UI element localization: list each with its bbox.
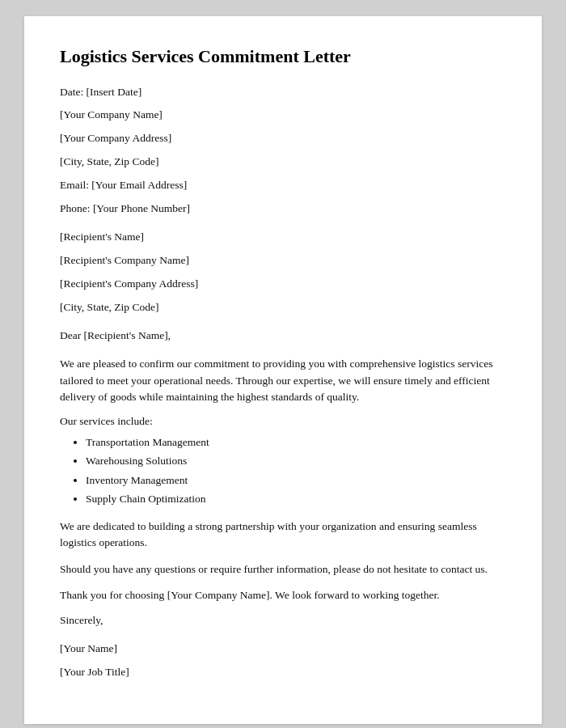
recipient-field-1: [Recipient's Company Name] xyxy=(60,253,506,269)
letter-document: Logistics Services Commitment Letter Dat… xyxy=(24,16,542,724)
recipient-field-0: [Recipient's Name] xyxy=(60,230,506,245)
letter-title: Logistics Services Commitment Letter xyxy=(60,45,506,69)
signature-field-0: [Your Name] xyxy=(60,641,506,657)
service-item-0: Transportation Management xyxy=(86,434,506,451)
salutation: Dear [Recipient's Name], xyxy=(60,328,506,344)
service-item-3: Supply Chain Optimization xyxy=(86,491,506,507)
services-list: Transportation Management Warehousing So… xyxy=(86,434,506,507)
header-field-5: Phone: [Your Phone Number] xyxy=(60,201,506,217)
signature-section: [Your Name] [Your Job Title] xyxy=(60,641,506,680)
closing: Sincerely, xyxy=(60,613,506,629)
recipient-fields-section: [Recipient's Name] [Recipient's Company … xyxy=(60,230,506,315)
header-field-3: [City, State, Zip Code] xyxy=(60,154,506,170)
paragraph-0: We are pleased to confirm our commitment… xyxy=(60,356,506,405)
signature-field-1: [Your Job Title] xyxy=(60,665,506,680)
header-field-4: Email: [Your Email Address] xyxy=(60,178,506,193)
paragraph-2: Should you have any questions or require… xyxy=(60,561,506,578)
header-fields-section: Date: [Insert Date] [Your Company Name] … xyxy=(60,85,506,217)
recipient-field-3: [City, State, Zip Code] xyxy=(60,300,506,315)
header-field-1: [Your Company Name] xyxy=(60,108,506,123)
recipient-field-2: [Recipient's Company Address] xyxy=(60,277,506,292)
header-field-2: [Your Company Address] xyxy=(60,131,506,146)
paragraph-3: Thank you for choosing [Your Company Nam… xyxy=(60,587,506,603)
service-item-1: Warehousing Solutions xyxy=(86,453,506,469)
services-intro: Our services include: xyxy=(60,415,506,428)
paragraph-1: We are dedicated to building a strong pa… xyxy=(60,518,506,552)
header-field-0: Date: [Insert Date] xyxy=(60,85,506,100)
service-item-2: Inventory Management xyxy=(86,472,506,489)
